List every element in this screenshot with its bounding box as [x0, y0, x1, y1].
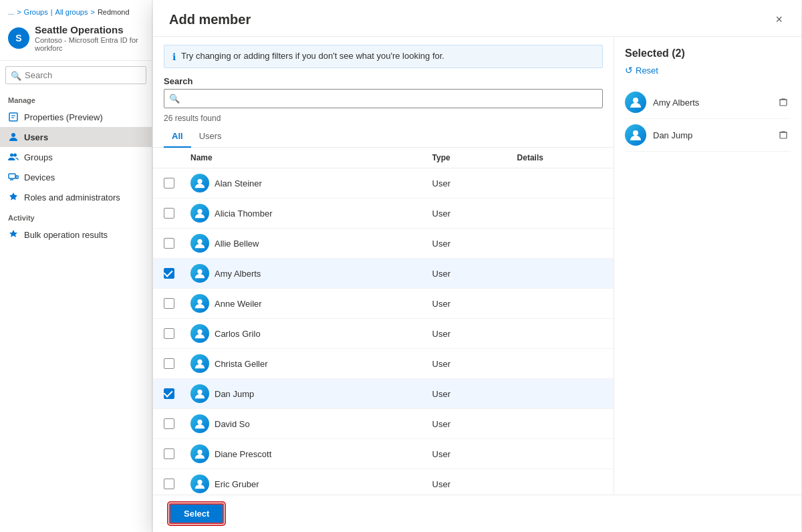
- row-checkbox[interactable]: [164, 178, 174, 188]
- sidebar-item-roles[interactable]: Roles and administrators: [0, 187, 152, 207]
- row-checkbox[interactable]: [164, 328, 174, 339]
- org-avatar: S: [8, 27, 29, 49]
- row-checkbox[interactable]: [164, 208, 174, 219]
- row-checkbox-cell: [153, 409, 182, 439]
- svg-point-16: [197, 390, 202, 394]
- remove-selected-button[interactable]: [776, 95, 791, 110]
- svg-point-10: [197, 209, 202, 214]
- sidebar-item-label-properties: Properties (Preview): [24, 112, 103, 122]
- user-table-wrap[interactable]: Name Type Details Alan Steiner User: [153, 148, 614, 495]
- sidebar-item-bulk[interactable]: Bulk operation results: [0, 225, 152, 245]
- user-name: Anne Weiler: [215, 299, 262, 309]
- sidebar-search-icon: 🔍: [11, 70, 21, 80]
- reset-button[interactable]: ↺ Reset: [625, 65, 791, 76]
- table-row[interactable]: Alan Steiner User: [153, 168, 614, 198]
- table-row[interactable]: Alicia Thomber User: [153, 198, 614, 229]
- svg-point-12: [197, 269, 202, 274]
- main-content: Add member × ℹ Try changing or adding fi…: [152, 0, 802, 532]
- selected-item-left: Amy Alberts: [625, 92, 699, 113]
- row-type-cell: User: [424, 259, 509, 289]
- user-name: David So: [215, 419, 250, 429]
- row-name-cell: Amy Alberts: [182, 259, 424, 289]
- search-input-wrap: 🔍: [164, 89, 603, 108]
- search-label: Search: [164, 76, 603, 86]
- table-row[interactable]: Allie Bellew User: [153, 229, 614, 259]
- search-area: Search 🔍: [153, 76, 614, 114]
- row-name-cell: David So: [182, 409, 424, 439]
- svg-point-20: [633, 98, 638, 103]
- org-sub: Contoso - Microsoft Entra ID for workfor…: [35, 36, 144, 52]
- sidebar-item-users[interactable]: Users: [0, 127, 152, 147]
- row-type-cell: User: [424, 198, 509, 229]
- row-checkbox[interactable]: [164, 418, 174, 429]
- row-name-cell: Diane Prescott: [182, 439, 424, 469]
- modal-left-panel: ℹ Try changing or adding filters if you …: [153, 37, 614, 495]
- table-row[interactable]: Diane Prescott User: [153, 439, 614, 469]
- reset-label: Reset: [636, 65, 658, 76]
- sidebar-search-input[interactable]: [5, 66, 146, 84]
- row-name-cell: Alan Steiner: [182, 168, 424, 198]
- user-avatar: [190, 384, 209, 403]
- row-checkbox[interactable]: [164, 358, 174, 369]
- table-row[interactable]: David So User: [153, 409, 614, 439]
- svg-point-14: [197, 329, 202, 334]
- select-button[interactable]: Select: [169, 503, 224, 524]
- sidebar-item-devices[interactable]: Devices: [0, 167, 152, 187]
- user-name: Allie Bellew: [215, 239, 259, 249]
- selected-avatar: [625, 92, 646, 113]
- row-details-cell: [509, 198, 614, 229]
- table-row[interactable]: Anne Weiler User: [153, 289, 614, 319]
- selected-name: Amy Alberts: [653, 98, 699, 108]
- row-checkbox[interactable]: [164, 268, 174, 279]
- table-row[interactable]: Amy Alberts User: [153, 259, 614, 289]
- user-name: Dan Jump: [215, 389, 254, 399]
- user-name: Diane Prescott: [215, 449, 271, 459]
- remove-selected-button[interactable]: [776, 128, 791, 142]
- row-checkbox-cell: [153, 379, 182, 409]
- sidebar-item-groups[interactable]: Groups: [0, 147, 152, 167]
- row-checkbox[interactable]: [164, 479, 174, 489]
- breadcrumb-all-groups[interactable]: All groups: [55, 8, 88, 16]
- modal-close-button[interactable]: ×: [773, 11, 785, 28]
- col-details: Details: [509, 148, 614, 168]
- table-row[interactable]: Christa Geller User: [153, 349, 614, 379]
- row-details-cell: [509, 259, 614, 289]
- svg-point-19: [197, 480, 202, 485]
- breadcrumb-redmond[interactable]: Redmond: [98, 8, 130, 16]
- tab-all[interactable]: All: [164, 126, 191, 148]
- sidebar-item-properties[interactable]: Properties (Preview): [0, 107, 152, 127]
- tab-users[interactable]: Users: [191, 126, 230, 148]
- modal-footer: Select: [153, 495, 801, 532]
- row-type-cell: User: [424, 469, 509, 495]
- row-type-cell: User: [424, 349, 509, 379]
- row-checkbox[interactable]: [164, 298, 174, 309]
- sidebar: ... > Groups | All groups > Redmond S Se…: [0, 0, 152, 532]
- member-search-input[interactable]: [164, 89, 603, 108]
- search-input-icon: 🔍: [169, 94, 180, 104]
- row-checkbox[interactable]: [164, 448, 174, 459]
- user-name: Alan Steiner: [215, 178, 262, 188]
- add-member-modal: Add member × ℹ Try changing or adding fi…: [153, 0, 801, 532]
- row-checkbox[interactable]: [164, 238, 174, 249]
- row-checkbox-cell: [153, 469, 182, 495]
- table-row[interactable]: Eric Gruber User: [153, 469, 614, 495]
- table-row[interactable]: Carlos Grilo User: [153, 319, 614, 349]
- row-checkbox-cell: [153, 349, 182, 379]
- selected-name: Dan Jump: [653, 130, 692, 140]
- row-checkbox-cell: [153, 168, 182, 198]
- user-avatar: [190, 204, 209, 223]
- user-avatar: [190, 294, 209, 313]
- svg-point-18: [197, 450, 202, 454]
- roles-icon: [8, 192, 19, 203]
- row-checkbox[interactable]: [164, 388, 174, 399]
- selected-item: Dan Jump: [625, 119, 791, 152]
- breadcrumb-groups[interactable]: Groups: [24, 8, 48, 16]
- table-row[interactable]: Dan Jump User: [153, 379, 614, 409]
- row-checkbox-cell: [153, 229, 182, 259]
- breadcrumb-dots[interactable]: ...: [8, 8, 14, 16]
- modal-title: Add member: [169, 12, 251, 27]
- svg-point-17: [197, 420, 202, 424]
- row-details-cell: [509, 349, 614, 379]
- selected-items-list: Amy Alberts Dan Jump: [625, 86, 791, 152]
- user-name: Amy Alberts: [215, 269, 261, 279]
